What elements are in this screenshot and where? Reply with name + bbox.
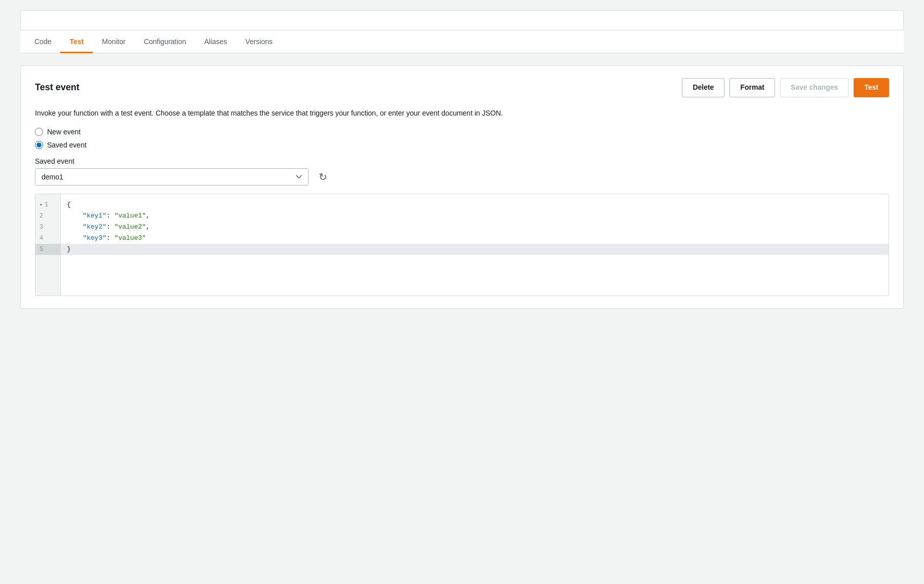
main-content: Test event Delete Format Save changes Te… xyxy=(20,65,904,309)
code-colon-3: : xyxy=(106,234,114,242)
radio-new-event[interactable]: New event xyxy=(35,128,889,136)
code-line-3: "key2": "value2", xyxy=(67,222,882,233)
format-button[interactable]: Format xyxy=(729,78,775,97)
line-num-text-5: 5 xyxy=(40,246,43,253)
radio-new-event-input[interactable] xyxy=(35,128,43,136)
radio-new-event-label: New event xyxy=(47,128,81,136)
radio-group: New event Saved event xyxy=(35,128,889,149)
code-colon-2: : xyxy=(106,223,114,231)
code-key2: "key2" xyxy=(67,223,106,231)
description-text: Invoke your function with a test event. … xyxy=(35,107,567,119)
line-number-5: 5 xyxy=(35,244,60,255)
code-comma-1: , xyxy=(146,212,150,220)
code-key1: "key1" xyxy=(67,212,106,220)
top-card xyxy=(20,10,904,30)
code-val1: "value1" xyxy=(114,212,146,220)
tab-monitor[interactable]: Monitor xyxy=(93,30,135,53)
line-number-4: 4 xyxy=(35,233,60,244)
code-key3: "key3" xyxy=(67,234,106,242)
line-numbers: ▾ 1 2 3 4 5 xyxy=(35,194,61,296)
card-actions: Delete Format Save changes Test xyxy=(682,78,889,97)
refresh-button[interactable]: ↻ xyxy=(315,169,331,185)
radio-saved-event-label: Saved event xyxy=(47,141,87,149)
code-colon-1: : xyxy=(106,212,114,220)
code-brace-close: } xyxy=(67,245,71,253)
code-line-5: } xyxy=(61,244,889,255)
tab-test[interactable]: Test xyxy=(60,30,93,53)
delete-button[interactable]: Delete xyxy=(682,78,724,97)
code-val3: "value3" xyxy=(114,234,146,242)
radio-saved-event-input[interactable] xyxy=(35,141,43,149)
code-line-1: { xyxy=(67,199,882,210)
code-area[interactable]: { "key1": "value1", "key2": "value2", "k… xyxy=(61,194,889,296)
save-changes-button[interactable]: Save changes xyxy=(780,78,849,97)
page-container: Code Test Monitor Configuration Aliases … xyxy=(0,0,924,584)
code-line-2: "key1": "value1", xyxy=(67,210,882,222)
code-editor: ▾ 1 2 3 4 5 xyxy=(35,194,889,296)
tabs-bar: Code Test Monitor Configuration Aliases … xyxy=(20,30,904,53)
line-num-text-2: 2 xyxy=(40,212,43,220)
saved-event-label: Saved event xyxy=(35,157,889,165)
code-comma-2: , xyxy=(146,223,150,231)
tab-aliases[interactable]: Aliases xyxy=(195,30,236,53)
line-num-text-1: 1 xyxy=(45,201,48,208)
dropdown-row: demo1 ↻ xyxy=(35,168,889,186)
saved-event-select[interactable]: demo1 xyxy=(35,168,309,186)
radio-saved-event[interactable]: Saved event xyxy=(35,141,889,149)
line-num-text-3: 3 xyxy=(40,224,43,231)
code-brace-open: { xyxy=(67,201,71,208)
line-num-text-4: 4 xyxy=(40,235,43,242)
card-title: Test event xyxy=(35,82,80,93)
code-line-4: "key3": "value3" xyxy=(67,233,882,244)
line-number-3: 3 xyxy=(35,222,60,233)
collapse-arrow-1[interactable]: ▾ xyxy=(40,202,43,208)
refresh-icon: ↻ xyxy=(319,171,327,183)
tab-code[interactable]: Code xyxy=(25,30,60,53)
test-button[interactable]: Test xyxy=(854,78,889,97)
tab-configuration[interactable]: Configuration xyxy=(135,30,195,53)
tab-versions[interactable]: Versions xyxy=(236,30,282,53)
line-number-2: 2 xyxy=(35,210,60,222)
card-header: Test event Delete Format Save changes Te… xyxy=(35,78,889,97)
test-event-card: Test event Delete Format Save changes Te… xyxy=(20,65,904,309)
code-val2: "value2" xyxy=(114,223,146,231)
line-number-1: ▾ 1 xyxy=(35,199,60,210)
saved-event-section: Saved event demo1 ↻ xyxy=(35,157,889,186)
